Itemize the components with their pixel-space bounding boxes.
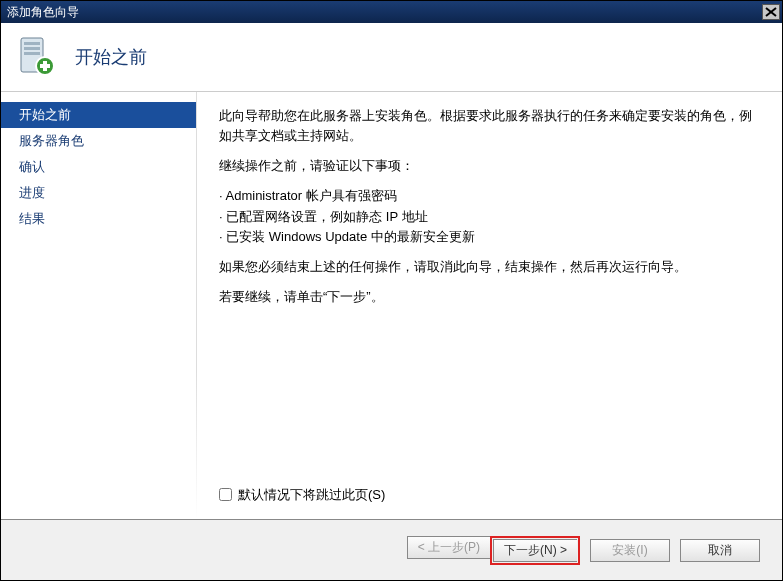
verify-item: 已安装 Windows Update 中的最新安全更新 — [219, 227, 760, 247]
svg-rect-3 — [24, 42, 40, 45]
next-button[interactable]: 下一步(N) > — [493, 539, 577, 562]
skip-page-checkbox[interactable] — [219, 488, 232, 501]
nav-button-pair: < 上一步(P) 下一步(N) > — [407, 536, 580, 565]
sidebar-item-results[interactable]: 结果 — [1, 206, 196, 232]
install-button[interactable]: 安装(I) — [590, 539, 670, 562]
verify-item: 已配置网络设置，例如静态 IP 地址 — [219, 207, 760, 227]
previous-button[interactable]: < 上一步(P) — [407, 536, 490, 559]
next-button-highlight: 下一步(N) > — [490, 536, 580, 565]
cancel-hint: 如果您必须结束上述的任何操作，请取消此向导，结束操作，然后再次运行向导。 — [219, 257, 760, 277]
skip-page-row: 默认情况下将跳过此页(S) — [219, 485, 760, 511]
wizard-body: 开始之前 服务器角色 确认 进度 结果 此向导帮助您在此服务器上安装角色。根据要… — [1, 92, 782, 519]
page-title: 开始之前 — [75, 45, 147, 69]
server-role-icon — [15, 36, 57, 78]
wizard-sidebar: 开始之前 服务器角色 确认 进度 结果 — [1, 92, 196, 519]
svg-rect-4 — [24, 47, 40, 50]
wizard-header: 开始之前 — [1, 23, 782, 92]
sidebar-item-progress[interactable]: 进度 — [1, 180, 196, 206]
verify-item: Administrator 帐户具有强密码 — [219, 186, 760, 206]
svg-rect-8 — [40, 64, 50, 68]
close-icon — [764, 6, 778, 18]
window-title: 添加角色向导 — [7, 4, 762, 21]
verify-prompt: 继续操作之前，请验证以下事项： — [219, 156, 760, 176]
cancel-button[interactable]: 取消 — [680, 539, 760, 562]
sidebar-item-confirmation[interactable]: 确认 — [1, 154, 196, 180]
verify-list: Administrator 帐户具有强密码 已配置网络设置，例如静态 IP 地址… — [219, 186, 760, 246]
title-bar: 添加角色向导 — [1, 1, 782, 23]
wizard-content: 此向导帮助您在此服务器上安装角色。根据要求此服务器执行的任务来确定要安装的角色，… — [197, 92, 782, 519]
continue-hint: 若要继续，请单击“下一步”。 — [219, 287, 760, 307]
close-button[interactable] — [762, 4, 780, 20]
sidebar-item-before-you-begin[interactable]: 开始之前 — [1, 102, 196, 128]
wizard-window: 添加角色向导 开始之前 开始之前 服务器角色 — [0, 0, 783, 581]
skip-page-label: 默认情况下将跳过此页(S) — [238, 485, 385, 505]
sidebar-item-server-roles[interactable]: 服务器角色 — [1, 128, 196, 154]
intro-text: 此向导帮助您在此服务器上安装角色。根据要求此服务器执行的任务来确定要安装的角色，… — [219, 106, 760, 146]
wizard-footer: < 上一步(P) 下一步(N) > 安装(I) 取消 — [1, 519, 782, 580]
svg-rect-5 — [24, 52, 40, 55]
